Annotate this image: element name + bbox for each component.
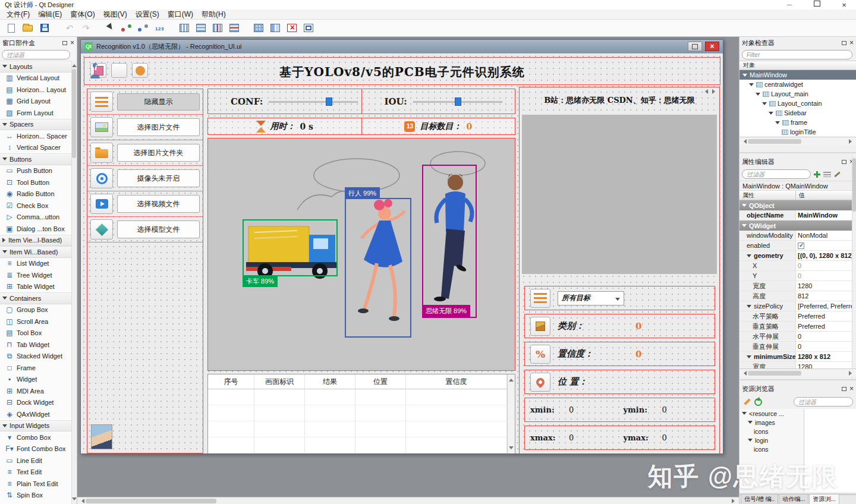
float-panel-icon[interactable] <box>842 160 846 164</box>
menu-item[interactable]: 窗口(W) <box>163 10 197 20</box>
property-row[interactable]: 水平策略Preferred <box>739 311 856 322</box>
widget-item[interactable]: ▧Form Layout <box>0 107 71 119</box>
edit-widgets-button[interactable] <box>102 21 117 35</box>
chevron-down-icon[interactable] <box>749 83 754 86</box>
property-row[interactable]: sizePolicy[Preferred, Preferred, 0, 0] <box>739 301 856 311</box>
menu-item[interactable]: 帮助(H) <box>197 10 230 20</box>
property-row[interactable]: minimumSize1280 x 812 <box>739 352 856 362</box>
break-layout-button[interactable] <box>284 21 299 35</box>
scroll-left-icon[interactable] <box>741 371 747 376</box>
property-value[interactable] <box>796 241 856 250</box>
widget-filter-input[interactable] <box>2 50 70 59</box>
table-row[interactable] <box>208 437 507 453</box>
widget-item[interactable]: ▭Line Edit <box>0 455 71 467</box>
layout-grid-button[interactable] <box>251 21 266 35</box>
threshold-slider[interactable] <box>269 96 358 107</box>
float-panel-icon[interactable] <box>842 387 846 391</box>
designer-titlebar[interactable]: Qt Recognition v1.0（思绪无限） - Recognition_… <box>81 40 723 53</box>
form-button[interactable]: 选择图片文件 <box>117 118 200 136</box>
scroll-down-icon[interactable] <box>509 446 514 452</box>
widget-item[interactable]: ▭Push Button <box>0 165 71 177</box>
property-name-column[interactable]: 属性 <box>739 191 796 200</box>
chevron-down-icon[interactable] <box>762 102 767 105</box>
menu-icon[interactable] <box>530 289 550 308</box>
scroll-right-icon[interactable] <box>732 499 737 503</box>
close-icon[interactable] <box>841 1 848 10</box>
designer-restore-icon[interactable] <box>688 42 702 51</box>
property-row[interactable]: geometry[(0, 0), 1280 x 812] <box>739 251 856 261</box>
form-button[interactable]: 选择图片文件夹 <box>117 144 200 162</box>
chevron-down-icon[interactable] <box>748 439 753 442</box>
chevron-down-icon[interactable] <box>747 305 751 308</box>
property-value[interactable]: 1280 x 812 <box>796 352 856 361</box>
widget-item[interactable]: ↕Vertical Spacer <box>0 142 71 154</box>
resource-node[interactable]: <resource ... <box>739 409 804 418</box>
widget-item[interactable]: ≡Plain Text Edit <box>0 478 71 490</box>
menu-item[interactable]: 视图(V) <box>99 10 131 20</box>
widget-item[interactable]: ≣Tree Widget <box>0 269 71 281</box>
widget-item[interactable]: ▤Tool Box <box>0 327 71 339</box>
widget-item[interactable]: ▢Group Box <box>0 304 71 316</box>
property-row[interactable]: X0 <box>739 261 856 271</box>
scroll-right-icon[interactable] <box>849 371 854 376</box>
property-value[interactable]: 1280 <box>796 362 856 368</box>
property-value[interactable]: 1280 <box>796 281 856 291</box>
resource-node[interactable]: icons <box>739 427 804 436</box>
inspector-filter-input[interactable] <box>742 50 852 59</box>
property-value[interactable]: 0 <box>796 332 856 341</box>
inspector-node[interactable]: centralwidget <box>739 80 856 89</box>
widgetbox-category[interactable]: Containers <box>0 292 71 304</box>
widget-item[interactable]: ⧉Stacked Widget <box>0 351 71 363</box>
menu-item[interactable]: 文件(F) <box>2 10 34 20</box>
scroll-left-icon[interactable] <box>741 139 747 144</box>
chevron-down-icon[interactable] <box>756 93 760 96</box>
widget-item[interactable]: ▦Grid Layout <box>0 96 71 108</box>
property-filter-input[interactable] <box>742 169 811 179</box>
scroll-left-icon[interactable] <box>79 499 84 503</box>
layout-vertical-button[interactable] <box>193 21 208 35</box>
property-value[interactable]: 0 <box>796 271 856 281</box>
widgetbox-scrollbar[interactable] <box>71 61 77 504</box>
widget-item[interactable]: ▤Horizon... Layout <box>0 84 71 96</box>
close-panel-icon[interactable] <box>849 39 854 47</box>
chevron-down-icon[interactable] <box>769 112 773 115</box>
edit-buddies-button[interactable] <box>136 21 150 35</box>
resource-filter-input[interactable] <box>794 397 853 407</box>
close-panel-icon[interactable] <box>70 39 74 47</box>
configure-icon[interactable] <box>823 172 831 177</box>
mdi-horizontal-scrollbar[interactable] <box>77 497 739 504</box>
widget-item[interactable]: ↔Horizon... Spacer <box>0 130 71 142</box>
dock-tab[interactable]: 动作编... <box>779 494 808 504</box>
widget-item[interactable]: ≡List Widget <box>0 258 71 270</box>
layout-vertical-splitter-button[interactable] <box>226 21 241 35</box>
property-row[interactable]: 宽度1280 <box>739 281 856 291</box>
property-value[interactable]: 812 <box>796 291 856 301</box>
model-file-icon[interactable] <box>90 219 113 240</box>
widget-item[interactable]: □Frame <box>0 362 71 374</box>
close-panel-icon[interactable] <box>849 385 854 393</box>
scroll-right-icon[interactable] <box>712 89 717 94</box>
widget-item[interactable]: ⊟Dock Widget <box>0 397 71 409</box>
property-row[interactable]: objectNameMainWindow <box>739 210 856 220</box>
slider-handle[interactable] <box>455 97 461 106</box>
scroll-thumb[interactable] <box>86 499 216 503</box>
add-property-icon[interactable] <box>813 171 821 178</box>
widget-item[interactable]: ⊞MDI Area <box>0 385 71 397</box>
widgetbox-category[interactable]: Item Wi...Based) <box>0 246 71 258</box>
property-value[interactable]: 0 <box>796 342 856 351</box>
maximize-icon[interactable] <box>813 1 820 10</box>
scroll-right-icon[interactable] <box>849 139 854 144</box>
property-row[interactable]: Y0 <box>739 271 856 281</box>
widget-item[interactable]: ◉Radio Button <box>0 188 71 200</box>
resource-node[interactable]: images <box>739 418 804 427</box>
inspector-node[interactable]: MainWindow <box>739 70 856 80</box>
table-row[interactable] <box>208 405 507 421</box>
property-value[interactable]: NonModal <box>796 231 856 240</box>
resource-node[interactable]: icons <box>739 445 804 453</box>
checkbox-checked-icon[interactable] <box>798 242 804 249</box>
property-row[interactable]: 垂直策略Preferred <box>739 322 856 332</box>
inspector-node[interactable]: Sidebar <box>739 108 856 118</box>
widget-item[interactable]: ▾Combo Box <box>0 431 71 443</box>
widget-item[interactable]: ◈QAxWidget <box>0 408 71 420</box>
inspector-column-header[interactable]: 对象 <box>739 61 856 70</box>
